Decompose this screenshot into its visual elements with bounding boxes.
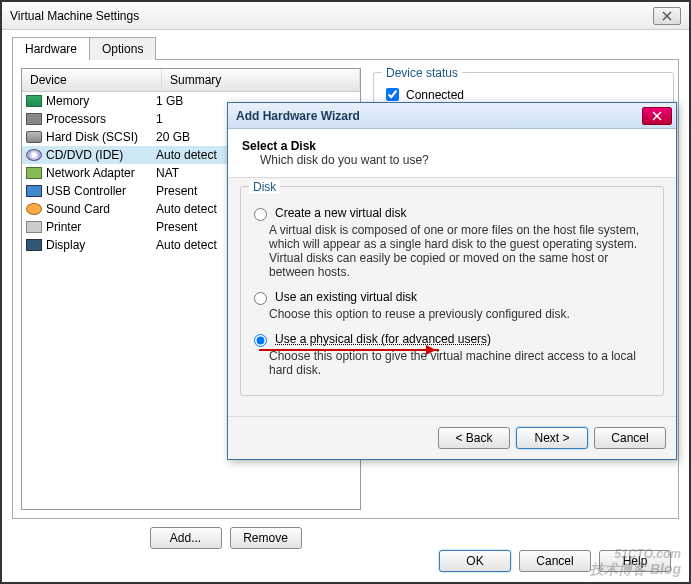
- radio-input-existing[interactable]: [254, 292, 267, 305]
- titlebar: Virtual Machine Settings: [2, 2, 689, 30]
- device-name: Processors: [46, 112, 106, 126]
- watermark-sub: 技术博客 Blog: [590, 562, 681, 576]
- wizard-dialog: Add Hardware Wizard Select a Disk Which …: [227, 102, 677, 460]
- tab-options[interactable]: Options: [89, 37, 156, 60]
- disk-group: Disk Create a new virtual disk A virtual…: [240, 186, 664, 396]
- next-button[interactable]: Next >: [516, 427, 588, 449]
- radio-desc-physical: Choose this option to give the virtual m…: [269, 349, 655, 377]
- radio-label-existing: Use an existing virtual disk: [275, 290, 417, 304]
- back-button[interactable]: < Back: [438, 427, 510, 449]
- annotation-arrow: [259, 349, 439, 351]
- device-header: Device Summary: [22, 69, 360, 92]
- device-icon: [26, 95, 42, 107]
- radio-desc-existing: Choose this option to reuse a previously…: [269, 307, 655, 321]
- device-name: Hard Disk (SCSI): [46, 130, 138, 144]
- wizard-cancel-button[interactable]: Cancel: [594, 427, 666, 449]
- device-name: CD/DVD (IDE): [46, 148, 123, 162]
- add-remove-row: Add... Remove: [0, 527, 689, 549]
- radio-label-new: Create a new virtual disk: [275, 206, 406, 220]
- device-name: USB Controller: [46, 184, 126, 198]
- ok-button[interactable]: OK: [439, 550, 511, 572]
- device-icon: [26, 203, 42, 215]
- col-summary: Summary: [162, 69, 360, 91]
- device-icon: [26, 221, 42, 233]
- cancel-button[interactable]: Cancel: [519, 550, 591, 572]
- radio-physical[interactable]: Use a physical disk (for advanced users)…: [249, 331, 655, 377]
- radio-existing[interactable]: Use an existing virtual disk Choose this…: [249, 289, 655, 321]
- connected-label: Connected: [406, 88, 464, 102]
- wizard-header: Select a Disk Which disk do you want to …: [228, 129, 676, 178]
- wizard-buttons: < Back Next > Cancel: [228, 416, 676, 459]
- device-name: Memory: [46, 94, 89, 108]
- radio-create-new[interactable]: Create a new virtual disk A virtual disk…: [249, 205, 655, 279]
- close-button[interactable]: [653, 7, 681, 25]
- close-icon: [652, 111, 662, 121]
- device-status-legend: Device status: [382, 66, 462, 80]
- connected-input[interactable]: [386, 88, 399, 101]
- tab-hardware[interactable]: Hardware: [12, 37, 90, 60]
- remove-button[interactable]: Remove: [230, 527, 302, 549]
- close-icon: [662, 11, 672, 21]
- wizard-title: Add Hardware Wizard: [236, 109, 642, 123]
- device-icon: [26, 185, 42, 197]
- device-icon: [26, 131, 42, 143]
- radio-input-new[interactable]: [254, 208, 267, 221]
- wizard-close-button[interactable]: [642, 107, 672, 125]
- device-icon: [26, 113, 42, 125]
- device-icon: [26, 167, 42, 179]
- radio-label-physical: Use a physical disk (for advanced users): [275, 332, 491, 346]
- watermark-main: 51CTO.com: [615, 547, 681, 561]
- window-title: Virtual Machine Settings: [10, 9, 653, 23]
- radio-input-physical[interactable]: [254, 334, 267, 347]
- device-name: Network Adapter: [46, 166, 135, 180]
- col-device: Device: [22, 69, 162, 91]
- wizard-heading: Select a Disk: [242, 139, 662, 153]
- radio-desc-new: A virtual disk is composed of one or mor…: [269, 223, 655, 279]
- device-name: Sound Card: [46, 202, 110, 216]
- wizard-titlebar: Add Hardware Wizard: [228, 103, 676, 129]
- wizard-subheading: Which disk do you want to use?: [242, 153, 662, 167]
- device-icon: [26, 239, 42, 251]
- device-name: Display: [46, 238, 85, 252]
- tabs: Hardware Options: [12, 36, 689, 59]
- wizard-body: Disk Create a new virtual disk A virtual…: [228, 178, 676, 416]
- disk-legend: Disk: [249, 180, 280, 194]
- device-name: Printer: [46, 220, 81, 234]
- device-icon: [26, 149, 42, 161]
- watermark: 51CTO.com 技术博客 Blog: [590, 540, 681, 576]
- add-button[interactable]: Add...: [150, 527, 222, 549]
